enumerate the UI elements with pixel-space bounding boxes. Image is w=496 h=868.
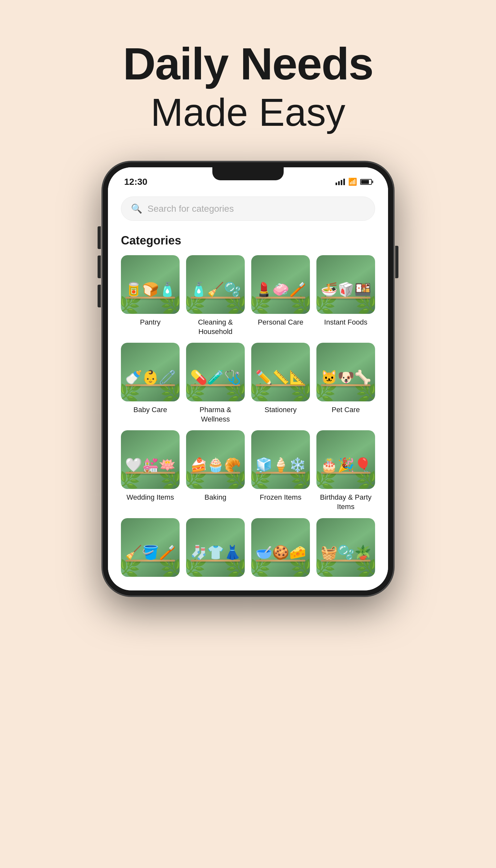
search-placeholder-text: Search for categories — [148, 204, 234, 214]
search-bar[interactable]: 🔍 Search for categories — [121, 197, 375, 221]
category-cleaning-image: 🧴🧹🫧 — [186, 255, 245, 314]
row4a-emoji: 🧹🪣🪥 — [125, 544, 176, 560]
category-row4d[interactable]: 🧺🫧🪴 — [316, 518, 375, 581]
battery-icon — [360, 179, 372, 185]
row4d-emoji: 🧺🫧🪴 — [321, 544, 371, 560]
baking-emoji: 🍰🧁🥐 — [190, 457, 241, 473]
category-row4b[interactable]: 🧦👕👗 — [186, 518, 245, 581]
category-personal[interactable]: 💄🧼🪥 Personal Care — [251, 255, 310, 336]
battery-fill — [361, 180, 369, 184]
instant-emoji: 🍜🥡🍱 — [321, 281, 371, 297]
category-instant-image: 🍜🥡🍱 — [316, 255, 375, 314]
category-row4d-image: 🧺🫧🪴 — [316, 518, 375, 577]
cleaning-emoji: 🧴🧹🫧 — [190, 281, 241, 297]
signal-bar-2 — [338, 181, 340, 185]
pantry-label: Pantry — [140, 318, 161, 327]
instant-label: Instant Foods — [324, 318, 367, 327]
categories-heading: Categories — [121, 234, 375, 247]
status-icons: 📶 — [336, 178, 372, 186]
category-baking-image: 🍰🧁🥐 — [186, 430, 245, 489]
category-frozen[interactable]: 🧊🍦❄️ Frozen Items — [251, 430, 310, 511]
row4b-emoji: 🧦👕👗 — [190, 544, 241, 560]
categories-grid: 🥫🍞🧴 Pantry 🧴🧹🫧 Cleaning & Household — [121, 255, 375, 581]
stationery-label: Stationery — [265, 405, 297, 415]
category-wedding-image: 🤍💒🪷 — [121, 430, 180, 489]
signal-icon — [336, 179, 345, 185]
wifi-icon: 📶 — [348, 178, 357, 186]
phone-mockup: 12:30 📶 — [102, 161, 394, 596]
status-bar: 12:30 📶 — [108, 167, 388, 190]
category-stationery-image: ✏️📏📐 — [251, 343, 310, 401]
hero-title: Daily Needs — [123, 39, 373, 89]
signal-bar-4 — [343, 179, 345, 185]
category-pantry-image: 🥫🍞🧴 — [121, 255, 180, 314]
category-stationery[interactable]: ✏️📏📐 Stationery — [251, 343, 310, 424]
category-wedding[interactable]: 🤍💒🪷 Wedding Items — [121, 430, 180, 511]
signal-bar-1 — [336, 183, 337, 185]
category-birthday-image: 🎂🎉🎈 — [316, 430, 375, 489]
cleaning-label: Cleaning & Household — [186, 318, 245, 336]
baby-emoji: 🍼👶🧷 — [125, 369, 176, 385]
category-row4a-image: 🧹🪣🪥 — [121, 518, 180, 577]
phone-content: 🔍 Search for categories Categories 🥫🍞🧴 — [108, 190, 388, 590]
category-row4c-image: 🥣🍪🧀 — [251, 518, 310, 577]
hero-subtitle: Made Easy — [123, 89, 373, 136]
category-instant[interactable]: 🍜🥡🍱 Instant Foods — [316, 255, 375, 336]
birthday-emoji: 🎂🎉🎈 — [321, 457, 371, 473]
wedding-emoji: 🤍💒🪷 — [125, 457, 176, 473]
pharma-emoji: 💊🧪🩺 — [190, 369, 241, 385]
category-baby[interactable]: 🍼👶🧷 Baby Care — [121, 343, 180, 424]
category-baking[interactable]: 🍰🧁🥐 Baking — [186, 430, 245, 511]
category-cleaning[interactable]: 🧴🧹🫧 Cleaning & Household — [186, 255, 245, 336]
baking-label: Baking — [204, 493, 226, 502]
search-icon: 🔍 — [131, 203, 142, 214]
hero-section: Daily Needs Made Easy — [110, 0, 386, 161]
pet-label: Pet Care — [332, 405, 360, 415]
category-pharma[interactable]: 💊🧪🩺 Pharma & Wellness — [186, 343, 245, 424]
stationery-emoji: ✏️📏📐 — [255, 369, 306, 385]
frozen-label: Frozen Items — [260, 493, 301, 502]
phone-notch — [212, 167, 284, 180]
personal-emoji: 💄🧼🪥 — [255, 281, 306, 297]
category-frozen-image: 🧊🍦❄️ — [251, 430, 310, 489]
pharma-label: Pharma & Wellness — [186, 405, 245, 424]
status-time: 12:30 — [124, 177, 148, 187]
signal-bar-3 — [341, 180, 342, 185]
row4c-emoji: 🥣🍪🧀 — [255, 544, 306, 560]
category-row4b-image: 🧦👕👗 — [186, 518, 245, 577]
category-baby-image: 🍼👶🧷 — [121, 343, 180, 401]
category-pet-image: 🐱🐶🦴 — [316, 343, 375, 401]
baby-label: Baby Care — [134, 405, 167, 415]
phone-frame: 12:30 📶 — [102, 161, 394, 596]
category-pantry[interactable]: 🥫🍞🧴 Pantry — [121, 255, 180, 336]
category-personal-image: 💄🧼🪥 — [251, 255, 310, 314]
category-row4a[interactable]: 🧹🪣🪥 — [121, 518, 180, 581]
frozen-emoji: 🧊🍦❄️ — [255, 457, 306, 473]
birthday-label: Birthday & Party Items — [316, 493, 375, 511]
category-birthday[interactable]: 🎂🎉🎈 Birthday & Party Items — [316, 430, 375, 511]
category-pet[interactable]: 🐱🐶🦴 Pet Care — [316, 343, 375, 424]
category-pharma-image: 💊🧪🩺 — [186, 343, 245, 401]
pantry-emoji: 🥫🍞🧴 — [125, 281, 176, 297]
pet-emoji: 🐱🐶🦴 — [321, 369, 371, 385]
phone-screen: 12:30 📶 — [108, 167, 388, 590]
wedding-label: Wedding Items — [126, 493, 174, 502]
personal-label: Personal Care — [258, 318, 304, 327]
category-row4c[interactable]: 🥣🍪🧀 — [251, 518, 310, 581]
